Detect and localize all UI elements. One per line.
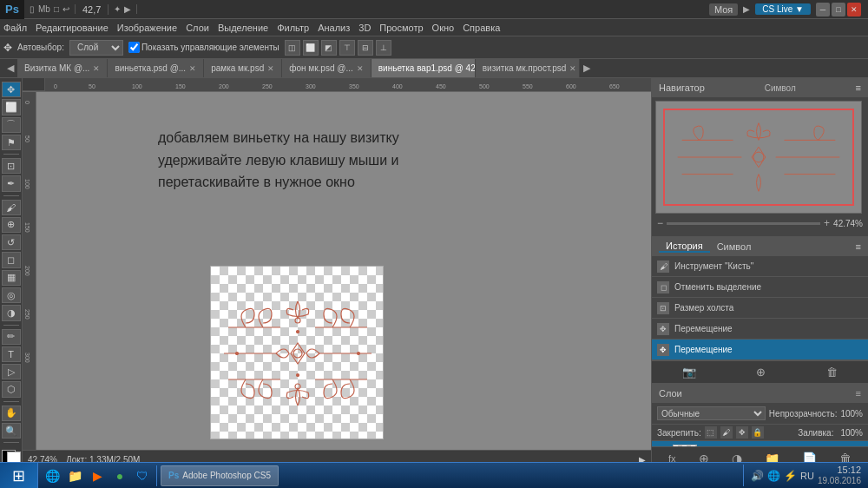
marquee-tool-button[interactable]: ⬜ xyxy=(2,99,21,115)
history-snapshot-icon[interactable]: 📷 xyxy=(682,366,696,379)
show-controls-checkbox[interactable]: Показать управляющие элементы xyxy=(128,42,279,53)
align-left-icon[interactable]: ◫ xyxy=(285,40,300,56)
ie-icon[interactable]: 🌐 xyxy=(42,465,62,486)
history-item[interactable]: ⊡ Размер холста xyxy=(652,298,868,319)
top-icon-4[interactable]: ↩ xyxy=(62,4,69,14)
workspace-label[interactable]: Моя xyxy=(709,3,738,16)
lasso-tool-button[interactable]: ⌒ xyxy=(2,117,21,133)
menu-select[interactable]: Выделение xyxy=(218,23,268,33)
show-controls-input[interactable] xyxy=(128,42,140,53)
align-bottom-icon[interactable]: ⊥ xyxy=(376,40,391,56)
zoom-in-icon[interactable]: + xyxy=(824,217,830,229)
menu-image[interactable]: Изображение xyxy=(117,23,177,33)
gradient-tool-button[interactable]: ▦ xyxy=(2,270,21,286)
blend-mode-dropdown[interactable]: Обычные Умножение Экран xyxy=(657,406,766,420)
maximize-button[interactable]: □ xyxy=(832,3,845,16)
history-item[interactable]: 🖌 Инструмент "Кисть" xyxy=(652,256,868,277)
canvas-document xyxy=(210,266,384,439)
symbol-tab[interactable]: Символ xyxy=(710,241,759,252)
menu-filter[interactable]: Фильтр xyxy=(277,23,309,33)
menu-window[interactable]: Окно xyxy=(432,23,455,33)
menu-file[interactable]: Файл xyxy=(3,23,27,33)
crop-tool-button[interactable]: ⊡ xyxy=(2,158,21,174)
tab-close-icon[interactable]: ✕ xyxy=(357,64,364,73)
navigator-symbol-tab[interactable]: Символ xyxy=(765,83,796,93)
tab-vinjetka-var1[interactable]: виньетка вар1.psd @ 42,7% (Слой 1, CMYK/… xyxy=(372,59,476,78)
align-center-icon[interactable]: ⬜ xyxy=(303,40,319,56)
tab-vizitka-mk[interactable]: Визитка МК @... ✕ xyxy=(17,59,108,78)
tray-icon-3[interactable]: ⚡ xyxy=(784,470,797,482)
menu-view[interactable]: Просмотр xyxy=(379,23,423,33)
tab-close-icon[interactable]: ✕ xyxy=(569,64,576,73)
top-icon-3[interactable]: □ xyxy=(54,4,59,14)
taskbar-clock[interactable]: 15:12 19.08.2016 xyxy=(818,465,861,486)
photoshop-taskbar-btn[interactable]: Ps Adobe Photoshop CS5 xyxy=(161,465,279,486)
tab-close-icon[interactable]: ✕ xyxy=(189,64,196,73)
explorer-icon[interactable]: 📁 xyxy=(64,465,85,486)
cs-live-button[interactable]: CS Live ▼ xyxy=(755,3,811,15)
start-button[interactable]: ⊞ xyxy=(0,463,38,489)
lock-all-icon[interactable]: 🔒 xyxy=(752,426,764,439)
history-new-icon[interactable]: ⊕ xyxy=(756,366,766,379)
shape-tool-button[interactable]: ⬡ xyxy=(2,381,21,397)
tab-vinjetka[interactable]: виньетка.psd @... ✕ xyxy=(108,59,204,78)
lang-indicator[interactable]: RU xyxy=(800,471,814,481)
navigator-header[interactable]: Навигатор Символ ≡ xyxy=(652,78,868,97)
menu-help[interactable]: Справка xyxy=(463,23,500,33)
brush-tool-button[interactable]: 🖌 xyxy=(2,200,21,215)
top-icon-6[interactable]: ▶ xyxy=(124,4,131,14)
magic-wand-button[interactable]: ⚑ xyxy=(2,135,21,150)
dodge-tool-button[interactable]: ◑ xyxy=(2,305,21,320)
tab-scroll-left[interactable]: ◀ xyxy=(3,63,17,74)
history-item[interactable]: ◻ Отменить выделение xyxy=(652,277,868,298)
lock-transparent-icon[interactable]: ⬚ xyxy=(705,426,717,439)
lock-pixels-icon[interactable]: 🖌 xyxy=(720,426,733,439)
minimize-button[interactable]: ─ xyxy=(816,3,830,16)
menu-3d[interactable]: 3D xyxy=(358,23,371,33)
workspace-arrow[interactable]: ▶ xyxy=(743,4,750,14)
text-tool-button[interactable]: T xyxy=(2,346,21,362)
tab-scroll-right[interactable]: ▶ xyxy=(580,63,594,74)
pen-tool-button[interactable]: ✏ xyxy=(2,329,21,345)
top-icon-1[interactable]: ▯ xyxy=(30,4,35,14)
antivirus-icon[interactable]: 🛡 xyxy=(132,465,153,486)
menu-layers[interactable]: Слои xyxy=(186,23,209,33)
eraser-button[interactable]: ◻ xyxy=(2,252,21,267)
menu-edit[interactable]: Редактирование xyxy=(36,23,108,33)
tab-close-icon[interactable]: ✕ xyxy=(267,64,274,73)
align-right-icon[interactable]: ◩ xyxy=(321,40,337,56)
tab-ramka[interactable]: рамка мк.psd ✕ xyxy=(204,59,282,78)
align-mid-icon[interactable]: ⊟ xyxy=(358,40,373,56)
tab-fon[interactable]: фон мк.psd @... ✕ xyxy=(282,59,372,78)
tab-close-icon[interactable]: ✕ xyxy=(93,64,100,73)
auto-select-dropdown[interactable]: Слой Группа xyxy=(69,40,123,56)
lock-position-icon[interactable]: ✥ xyxy=(736,426,748,439)
path-select-button[interactable]: ▷ xyxy=(2,364,21,379)
chrome-icon[interactable]: ● xyxy=(109,465,130,486)
move-tool-button[interactable]: ✥ xyxy=(2,82,21,97)
nav-zoom-slider[interactable] xyxy=(667,222,820,225)
eyedropper-button[interactable]: ✒ xyxy=(2,175,21,191)
navigator-menu-icon[interactable]: ≡ xyxy=(856,82,861,93)
history-tab[interactable]: История xyxy=(659,241,710,253)
align-top-icon[interactable]: ⊤ xyxy=(339,40,355,56)
hand-tool-button[interactable]: ✋ xyxy=(2,406,21,421)
history-menu-icon[interactable]: ≡ xyxy=(856,241,861,252)
history-item-active[interactable]: ✥ Перемещение xyxy=(652,340,868,360)
blur-tool-button[interactable]: ◎ xyxy=(2,287,21,303)
menu-analyze[interactable]: Анализ xyxy=(318,23,350,33)
tab-vizitka-prost[interactable]: визитка мк.прост.psd ✕ xyxy=(476,59,580,78)
zoom-tool-button[interactable]: 🔍 xyxy=(2,423,21,439)
layers-menu-icon[interactable]: ≡ xyxy=(856,388,861,399)
media-icon[interactable]: ▶ xyxy=(87,465,108,486)
history-brush-button[interactable]: ↺ xyxy=(2,234,21,250)
top-icon-5[interactable]: ✦ xyxy=(114,4,121,14)
stamp-tool-button[interactable]: ⊕ xyxy=(2,217,21,233)
close-button[interactable]: ✕ xyxy=(847,3,861,16)
tray-icon-2[interactable]: 🌐 xyxy=(767,470,780,482)
tray-icon-1[interactable]: 🔊 xyxy=(751,470,764,482)
history-delete-icon[interactable]: 🗑 xyxy=(826,366,838,379)
zoom-out-icon[interactable]: − xyxy=(657,217,663,229)
history-item[interactable]: ✥ Перемещение xyxy=(652,319,868,340)
top-icon-2[interactable]: Mb xyxy=(38,4,50,14)
